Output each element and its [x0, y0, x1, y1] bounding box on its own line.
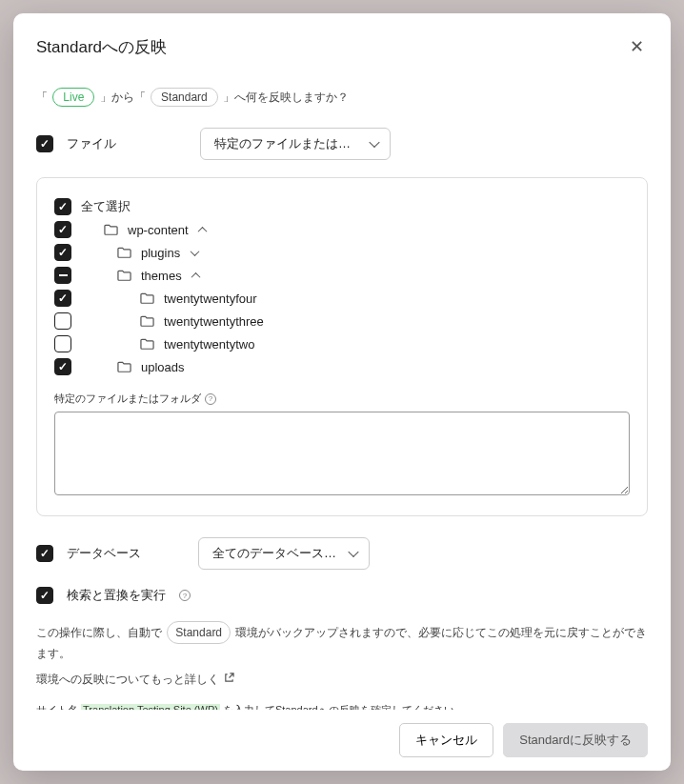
folder-icon [140, 292, 154, 304]
help-icon[interactable]: ? [179, 590, 191, 601]
search-replace-label: 検索と置換を実行 [67, 587, 166, 604]
tree-select-all[interactable]: 全て選択 [54, 195, 630, 218]
cancel-button[interactable]: キャンセル [399, 723, 493, 757]
env-pill: Standard [167, 621, 231, 644]
folder-icon [117, 247, 131, 258]
push-modal: Standardへの反映 ✕ 「 Live 」から「 Standard 」へ何を… [13, 13, 671, 771]
chevron-up-icon[interactable] [198, 225, 208, 234]
files-label: ファイル [67, 135, 116, 152]
checkbox[interactable] [54, 221, 71, 238]
external-link-icon [224, 673, 234, 686]
prompt-line: 「 Live 」から「 Standard 」へ何を反映しますか？ [36, 88, 648, 107]
tree-label: twentytwentyfour [164, 291, 257, 306]
tree-label: wp-content [128, 223, 189, 237]
tree-uploads[interactable]: uploads [54, 355, 630, 378]
text: 」へ何を反映しますか？ [223, 90, 349, 104]
tree-twentytwentytwo[interactable]: twentytwentytwo [54, 332, 630, 355]
database-checkbox[interactable] [36, 545, 53, 562]
checkbox[interactable] [54, 267, 71, 284]
tree-label: uploads [141, 360, 185, 374]
checkbox[interactable] [54, 244, 71, 261]
specific-files-textarea[interactable] [54, 412, 630, 495]
files-scope-dropdown[interactable]: 特定のファイルまたはフォルダ [200, 128, 391, 160]
database-scope-dropdown[interactable]: 全てのデータベーステーブル [198, 537, 370, 570]
tree-label: themes [141, 269, 182, 283]
files-checkbox[interactable] [36, 135, 53, 152]
checkbox[interactable] [54, 198, 71, 215]
tree-twentytwentythree[interactable]: twentytwentythree [54, 310, 630, 332]
tree-twentytwentyfour[interactable]: twentytwentyfour [54, 287, 630, 310]
text: 」から「 [100, 90, 146, 104]
text: 特定のファイルまたはフォルダ [54, 392, 201, 406]
modal-title: Standardへの反映 [36, 36, 167, 58]
source-env-pill: Live [52, 88, 94, 107]
learn-more-link[interactable]: 環境への反映についてもっと詳しく [36, 672, 648, 688]
tree-label: plugins [141, 246, 180, 260]
folder-icon [140, 315, 154, 327]
close-icon: ✕ [630, 37, 644, 56]
text: 「 [36, 90, 48, 104]
text: 環境への反映についてもっと詳しく [36, 672, 219, 688]
folder-icon [117, 270, 131, 281]
database-label: データベース [67, 545, 141, 562]
chevron-up-icon[interactable] [191, 271, 201, 280]
close-button[interactable]: ✕ [626, 32, 648, 61]
folder-icon [140, 338, 154, 350]
search-replace-checkbox[interactable] [36, 587, 53, 604]
files-row: ファイル 特定のファイルまたはフォルダ [36, 128, 648, 160]
database-row: データベース 全てのデータベーステーブル [36, 537, 648, 570]
help-icon[interactable]: ? [205, 393, 216, 405]
backup-info: この操作に際し、自動で Standard 環境がバックアップされますので、必要に… [36, 621, 648, 664]
checkbox[interactable] [54, 335, 71, 352]
tree-label: twentytwentythree [164, 314, 264, 329]
modal-body: Standardへの反映 ✕ 「 Live 」から「 Standard 」へ何を… [13, 13, 671, 710]
file-tree-panel: 全て選択 wp-content plugins themes [36, 177, 648, 516]
folder-icon [104, 224, 118, 235]
tree-plugins[interactable]: plugins [54, 241, 630, 264]
tree-label: twentytwentytwo [164, 337, 254, 352]
modal-header: Standardへの反映 ✕ [36, 32, 648, 61]
specific-files-label: 特定のファイルまたはフォルダ ? [54, 392, 630, 406]
submit-button[interactable]: Standardに反映する [503, 723, 648, 757]
folder-icon [117, 361, 131, 372]
chevron-down-icon[interactable] [190, 248, 199, 257]
tree-label: 全て選択 [81, 198, 131, 215]
search-replace-row: 検索と置換を実行 ? [36, 587, 648, 604]
tree-wp-content[interactable]: wp-content [54, 218, 630, 241]
target-env-pill: Standard [151, 88, 218, 107]
tree-themes[interactable]: themes [54, 264, 630, 287]
confirm-label: サイト名 Translation Testing Site (WP) を入力して… [36, 703, 648, 710]
checkbox[interactable] [54, 312, 71, 330]
text: この操作に際し、自動で [36, 626, 162, 639]
checkbox[interactable] [54, 358, 71, 375]
checkbox[interactable] [54, 290, 71, 307]
modal-footer: キャンセル Standardに反映する [13, 710, 671, 771]
